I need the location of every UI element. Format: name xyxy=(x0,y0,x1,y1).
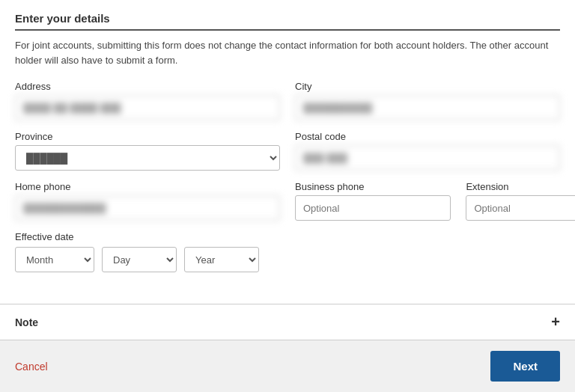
postal-code-group: Postal code xyxy=(295,131,560,171)
title-divider xyxy=(15,29,560,31)
home-phone-label: Home phone xyxy=(15,181,280,192)
business-phone-label: Business phone xyxy=(295,181,451,192)
city-input[interactable] xyxy=(295,95,560,120)
address-label: Address xyxy=(15,81,280,92)
extension-group: Extension xyxy=(466,181,575,221)
footer: Cancel Next xyxy=(0,340,575,392)
city-group: City xyxy=(295,81,560,120)
address-group: Address xyxy=(15,81,280,120)
city-label: City xyxy=(295,81,560,92)
note-section[interactable]: Note + xyxy=(0,304,575,340)
province-select[interactable]: ██████ xyxy=(15,145,280,171)
province-postal-row: Province ██████ Postal code xyxy=(15,131,560,171)
cancel-button[interactable]: Cancel xyxy=(15,361,48,373)
postal-code-label: Postal code xyxy=(295,131,560,142)
extension-label: Extension xyxy=(466,181,575,192)
province-label: Province xyxy=(15,131,280,142)
note-label: Note xyxy=(15,316,38,328)
effective-date-section: Effective date Month January February Ma… xyxy=(15,231,560,272)
date-dropdowns: Month January February March April May J… xyxy=(15,247,560,272)
month-select[interactable]: Month January February March April May J… xyxy=(15,247,94,272)
business-phone-input[interactable] xyxy=(295,195,451,221)
day-select[interactable]: Day 12345 678910 1112131415 1617181920 2… xyxy=(102,247,177,272)
phone-row: Home phone Business phone Extension xyxy=(15,181,560,221)
home-phone-input[interactable] xyxy=(15,195,280,221)
postal-code-input[interactable] xyxy=(295,145,560,171)
year-select[interactable]: Year 20242023202220212020 xyxy=(184,247,259,272)
extension-input[interactable] xyxy=(466,195,575,221)
business-phone-group: Business phone xyxy=(295,181,451,221)
page-title: Enter your details xyxy=(15,12,560,25)
info-text: For joint accounts, submitting this form… xyxy=(15,38,560,67)
note-expand-icon: + xyxy=(551,313,560,331)
home-phone-group: Home phone xyxy=(15,181,280,221)
province-group: Province ██████ xyxy=(15,131,280,171)
address-input[interactable] xyxy=(15,95,280,120)
effective-date-label: Effective date xyxy=(15,231,560,242)
next-button[interactable]: Next xyxy=(490,351,560,382)
address-city-row: Address City xyxy=(15,81,560,120)
